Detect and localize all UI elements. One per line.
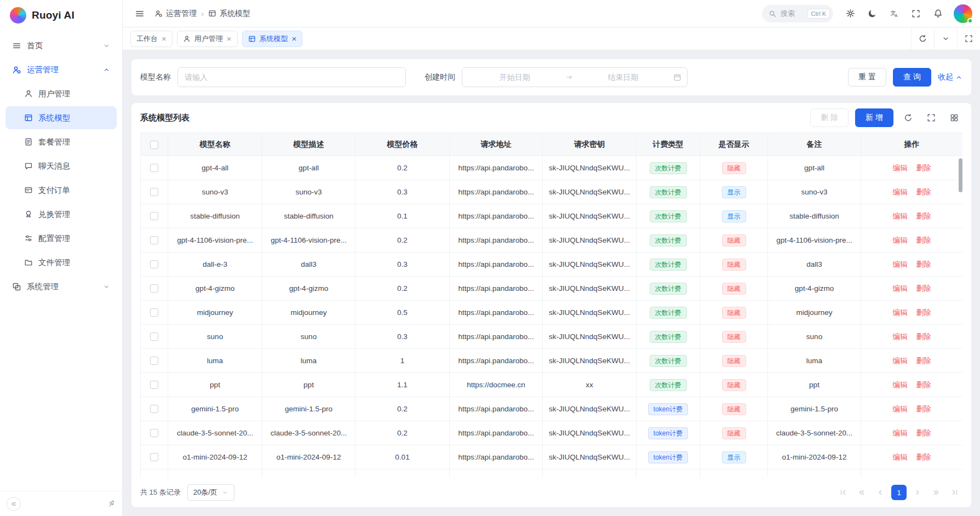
pagination-page-1[interactable]: 1 — [891, 485, 907, 500]
edit-link[interactable]: 编辑 — [893, 284, 908, 293]
delete-link[interactable]: 删除 — [916, 332, 931, 341]
add-button[interactable]: 新 增 — [855, 108, 893, 127]
search-button[interactable]: 查 询 — [893, 68, 931, 87]
row-checkbox[interactable] — [150, 212, 158, 220]
edit-link[interactable]: 编辑 — [893, 381, 908, 389]
row-checkbox[interactable] — [150, 260, 158, 268]
delete-link[interactable]: 删除 — [916, 164, 931, 172]
pagination-last-button[interactable] — [947, 485, 962, 500]
edit-link[interactable]: 编辑 — [893, 188, 908, 196]
row-checkbox[interactable] — [150, 236, 158, 244]
row-checkbox[interactable] — [150, 429, 158, 437]
select-all-checkbox[interactable] — [150, 141, 158, 149]
language-button[interactable]: 文A — [885, 4, 903, 23]
row-checkbox[interactable] — [150, 453, 158, 461]
close-tab-icon[interactable]: × — [292, 35, 297, 43]
close-tab-icon[interactable]: × — [162, 35, 167, 43]
sidebar-item-config-mgmt[interactable]: 配置管理 — [5, 227, 117, 250]
breadcrumb-item[interactable]: 运营管理 — [154, 9, 197, 19]
date-range-picker[interactable] — [462, 67, 687, 87]
edit-link[interactable]: 编辑 — [893, 212, 908, 220]
delete-link[interactable]: 删除 — [916, 357, 931, 365]
batch-delete-button[interactable]: 删 除 — [810, 108, 849, 127]
collapse-filter-button[interactable]: 收起 — [938, 72, 962, 82]
tabs-menu-button[interactable] — [934, 27, 957, 50]
tab-workbench[interactable]: 工作台× — [130, 31, 173, 47]
delete-link[interactable]: 删除 — [916, 308, 931, 317]
cell-remark: stable-diffusion — [789, 212, 839, 220]
row-checkbox[interactable] — [150, 405, 158, 413]
delete-link[interactable]: 删除 — [916, 453, 931, 461]
sidebar-item-home[interactable]: 首页 — [5, 34, 117, 57]
tab-system-model[interactable]: 系统模型× — [242, 31, 303, 47]
sidebar-collapse-button[interactable] — [7, 497, 21, 511]
row-checkbox[interactable] — [150, 188, 158, 196]
search-shortcut: Ctrl K — [807, 9, 830, 19]
avatar[interactable] — [954, 4, 972, 23]
model-name-input[interactable] — [177, 67, 406, 87]
close-tab-icon[interactable]: × — [227, 35, 232, 43]
app-logo[interactable]: Ruoyi AI — [0, 0, 122, 31]
sidebar-item-payment-orders[interactable]: 支付订单 — [5, 179, 117, 202]
delete-link[interactable]: 删除 — [916, 381, 931, 389]
cell-model-desc: gpt-4-1106-vision-pre... — [271, 236, 347, 244]
pagination-first-button[interactable] — [835, 485, 851, 500]
display-status-tag: 隐藏 — [722, 355, 746, 367]
breadcrumb-item[interactable]: 系统模型 — [208, 9, 250, 19]
delete-link[interactable]: 删除 — [916, 188, 931, 196]
notifications-button[interactable] — [929, 4, 947, 23]
fullscreen-button[interactable] — [907, 4, 925, 23]
row-checkbox[interactable] — [150, 332, 158, 341]
table-scrollbar[interactable] — [959, 158, 962, 192]
edit-link[interactable]: 编辑 — [893, 308, 908, 317]
edit-link[interactable]: 编辑 — [893, 453, 908, 461]
edit-link[interactable]: 编辑 — [893, 236, 908, 244]
edit-link[interactable]: 编辑 — [893, 405, 908, 413]
edit-link[interactable]: 编辑 — [893, 164, 908, 172]
edit-link[interactable]: 编辑 — [893, 357, 908, 365]
settings-button[interactable] — [841, 4, 859, 23]
row-checkbox[interactable] — [150, 164, 158, 172]
delete-link[interactable]: 删除 — [916, 212, 931, 220]
sidebar-item-system-mgmt[interactable]: 系统管理 — [5, 275, 117, 298]
maximize-content-button[interactable] — [957, 27, 980, 50]
column-settings-button[interactable] — [946, 110, 962, 126]
tab-user-mgmt[interactable]: 用户管理× — [177, 31, 238, 47]
row-checkbox[interactable] — [150, 284, 158, 293]
refresh-page-button[interactable] — [911, 27, 934, 50]
delete-link[interactable]: 删除 — [916, 429, 931, 437]
delete-link[interactable]: 删除 — [916, 236, 931, 244]
row-checkbox[interactable] — [150, 381, 158, 389]
reset-button[interactable]: 重 置 — [848, 68, 886, 87]
edit-link[interactable]: 编辑 — [893, 429, 908, 437]
toggle-sidebar-button[interactable] — [130, 4, 149, 23]
sidebar-item-package-mgmt[interactable]: 套餐管理 — [5, 130, 117, 153]
pagination-fast-prev-button[interactable] — [854, 485, 869, 500]
start-date-input[interactable] — [468, 72, 562, 82]
edit-link[interactable]: 编辑 — [893, 260, 908, 268]
fullscreen-table-button[interactable] — [923, 110, 939, 126]
global-search[interactable]: 搜索 Ctrl K — [762, 5, 833, 22]
sidebar-item-operations[interactable]: 运营管理 — [5, 58, 117, 81]
dark-mode-button[interactable] — [863, 4, 881, 23]
sidebar-item-user-mgmt[interactable]: 用户管理 — [5, 82, 117, 105]
end-date-input[interactable] — [576, 72, 670, 82]
sidebar-item-file-mgmt[interactable]: 文件管理 — [5, 251, 117, 274]
sidebar-item-exchange-mgmt[interactable]: 兑换管理 — [5, 203, 117, 226]
pin-icon[interactable] — [106, 498, 117, 509]
sidebar-item-chat-messages[interactable]: 聊天消息 — [5, 154, 117, 177]
refresh-table-button[interactable] — [900, 110, 916, 126]
sidebar-item-system-model[interactable]: 系统模型 — [5, 106, 117, 129]
page-size-select[interactable]: 20条/页 — [187, 484, 234, 501]
row-checkbox[interactable] — [150, 357, 158, 365]
sidebar-item-label: 套餐管理 — [38, 137, 70, 147]
edit-link[interactable]: 编辑 — [893, 332, 908, 341]
cell-model-desc: midjourney — [290, 308, 326, 317]
pagination-fast-next-button[interactable] — [929, 485, 944, 500]
delete-link[interactable]: 删除 — [916, 284, 931, 293]
delete-link[interactable]: 删除 — [916, 260, 931, 268]
pagination-prev-button[interactable] — [873, 485, 888, 500]
row-checkbox[interactable] — [150, 308, 158, 317]
pagination-next-button[interactable] — [910, 485, 925, 500]
delete-link[interactable]: 删除 — [916, 405, 931, 413]
